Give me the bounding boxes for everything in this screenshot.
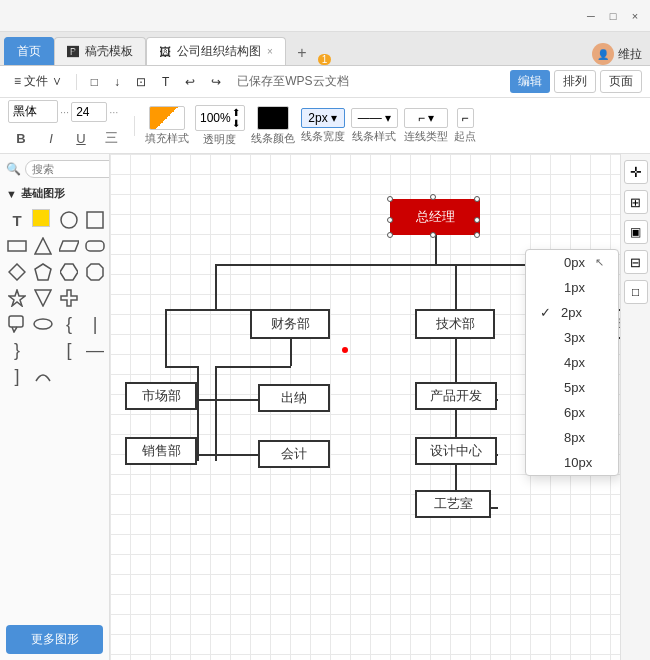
dropdown-item-2px[interactable]: 2px — [526, 300, 618, 325]
shape-circle[interactable] — [58, 209, 80, 231]
shape-round-rect[interactable] — [84, 235, 106, 257]
node-account[interactable]: 会计 — [258, 440, 330, 468]
shape-bracket-r[interactable]: ] — [6, 365, 28, 387]
canvas-area[interactable]: 总经理 财务部 技术部 行政 出纳 会计 产品开发 设计中心 — [110, 154, 620, 660]
shape-line[interactable]: — — [84, 339, 106, 361]
menu-share[interactable]: ⊡ — [130, 72, 152, 92]
shape-curve[interactable] — [32, 365, 54, 387]
italic-button[interactable]: I — [38, 125, 64, 151]
line-style-btn[interactable]: —— ▾ — [351, 108, 398, 128]
tab-bar: 首页 🅿 稿壳模板 🖼 公司组织结构图 × + 1 👤 维拉 — [0, 32, 650, 66]
dropdown-item-10px[interactable]: 10px — [526, 450, 618, 475]
right-btn-minus[interactable]: ⊟ — [624, 250, 648, 274]
section-title[interactable]: ▼ 基础图形 — [6, 186, 103, 201]
shape-down-triangle[interactable] — [32, 287, 54, 309]
shape-blank1 — [84, 287, 106, 309]
menu-new[interactable]: □ — [85, 72, 104, 92]
right-btn-crosshair[interactable]: ✛ — [624, 160, 648, 184]
shape-pipe[interactable]: | — [84, 313, 106, 335]
handle-ml[interactable] — [387, 217, 393, 223]
shape-rect[interactable] — [84, 209, 106, 231]
menu-file[interactable]: ≡ 文件 ∨ — [8, 70, 68, 93]
shape-oval[interactable] — [32, 313, 54, 335]
line-width-group: 2px ▾ 线条宽度 — [301, 108, 345, 143]
tab-home[interactable]: 首页 — [4, 37, 54, 65]
shape-rect-fill[interactable] — [32, 209, 50, 227]
edit-mode-button[interactable]: 编辑 — [510, 70, 550, 93]
maximize-button[interactable]: □ — [606, 9, 620, 23]
tab-template[interactable]: 🅿 稿壳模板 — [54, 37, 146, 65]
underline-button[interactable]: U — [68, 125, 94, 151]
shape-parallelogram[interactable] — [58, 235, 80, 257]
shape-brace-l[interactable]: { — [58, 313, 80, 335]
shape-triangle[interactable] — [32, 235, 54, 257]
node-finance[interactable]: 财务部 — [250, 309, 330, 339]
shape-bracket-l[interactable]: [ — [58, 339, 80, 361]
bold-button[interactable]: B — [8, 125, 34, 151]
dropdown-item-0px[interactable]: 0px ↖ — [526, 250, 618, 275]
menu-redo[interactable]: ↪ — [205, 72, 227, 92]
right-btn-grid[interactable]: ⊞ — [624, 190, 648, 214]
strikethrough-button[interactable]: 三 — [98, 125, 124, 151]
tab-close-icon[interactable]: × — [267, 46, 273, 57]
dropdown-item-8px[interactable]: 8px — [526, 425, 618, 450]
dropdown-item-6px[interactable]: 6px — [526, 400, 618, 425]
menu-download[interactable]: ↓ — [108, 72, 126, 92]
line-width-btn[interactable]: 2px ▾ — [301, 108, 345, 128]
close-button[interactable]: × — [628, 9, 642, 23]
node-sales[interactable]: 销售部 — [125, 437, 197, 465]
tab-add-button[interactable]: + — [290, 41, 314, 65]
dropdown-item-5px[interactable]: 5px — [526, 375, 618, 400]
dropdown-item-8px-label: 8px — [564, 430, 585, 445]
line-color-btn[interactable] — [257, 106, 289, 130]
shape-hexagon[interactable] — [58, 261, 80, 283]
handle-tl[interactable] — [387, 196, 393, 202]
handle-tr[interactable] — [474, 196, 480, 202]
node-tech[interactable]: 技术部 — [415, 309, 495, 339]
shape-callout[interactable] — [6, 313, 28, 335]
shape-brace-r[interactable]: } — [6, 339, 28, 361]
node-workshop[interactable]: 工艺室 — [415, 490, 491, 518]
opacity-input[interactable]: 100% ⬆⬇ — [195, 105, 245, 131]
shape-wide-rect[interactable] — [6, 235, 28, 257]
start-point-btn[interactable]: ⌐ — [457, 108, 474, 128]
shape-text[interactable]: T — [6, 209, 28, 231]
node-root[interactable]: 总经理 — [390, 199, 480, 235]
handle-bl[interactable] — [387, 232, 393, 238]
handle-br[interactable] — [474, 232, 480, 238]
shape-pentagon[interactable] — [32, 261, 54, 283]
shape-cross[interactable] — [58, 287, 80, 309]
dropdown-item-1px[interactable]: 1px — [526, 275, 618, 300]
more-shapes-button[interactable]: 更多图形 — [6, 625, 103, 654]
node-market[interactable]: 市场部 — [125, 382, 197, 410]
menu-undo[interactable]: ↩ — [179, 72, 201, 92]
diagram-icon: 🖼 — [159, 45, 171, 59]
shape-diamond[interactable] — [6, 261, 28, 283]
fill-style-btn[interactable] — [149, 106, 185, 130]
minimize-button[interactable]: ─ — [584, 9, 598, 23]
right-btn-square[interactable]: □ — [624, 280, 648, 304]
shape-star[interactable] — [6, 287, 28, 309]
font-select[interactable]: 黑体 — [8, 100, 58, 123]
handle-mr[interactable] — [474, 217, 480, 223]
dropdown-item-3px[interactable]: 3px — [526, 325, 618, 350]
node-design[interactable]: 设计中心 — [415, 437, 497, 465]
page-button[interactable]: 页面 — [600, 70, 642, 93]
tab-diagram[interactable]: 🖼 公司组织结构图 × — [146, 37, 286, 65]
fill-label: 填充样式 — [145, 132, 189, 145]
menu-text[interactable]: T — [156, 72, 175, 92]
arrange-button[interactable]: 排列 — [554, 70, 596, 93]
shape-octagon[interactable] — [84, 261, 106, 283]
search-input[interactable] — [25, 160, 110, 178]
connect-type-btn[interactable]: ⌐ ▾ — [404, 108, 448, 128]
dropdown-item-4px[interactable]: 4px — [526, 350, 618, 375]
node-sales-label: 销售部 — [142, 442, 181, 460]
right-btn-image[interactable]: ▣ — [624, 220, 648, 244]
node-product[interactable]: 产品开发 — [415, 382, 497, 410]
handle-bc[interactable] — [430, 232, 436, 238]
handle-tc[interactable] — [430, 194, 436, 200]
node-product-label: 产品开发 — [430, 387, 482, 405]
font-size-input[interactable]: 24 — [71, 102, 107, 122]
node-cashier[interactable]: 出纳 — [258, 384, 330, 412]
menu-bar: ≡ 文件 ∨ □ ↓ ⊡ T ↩ ↪ 已保存至WPS云文档 编辑 排列 页面 — [0, 66, 650, 98]
